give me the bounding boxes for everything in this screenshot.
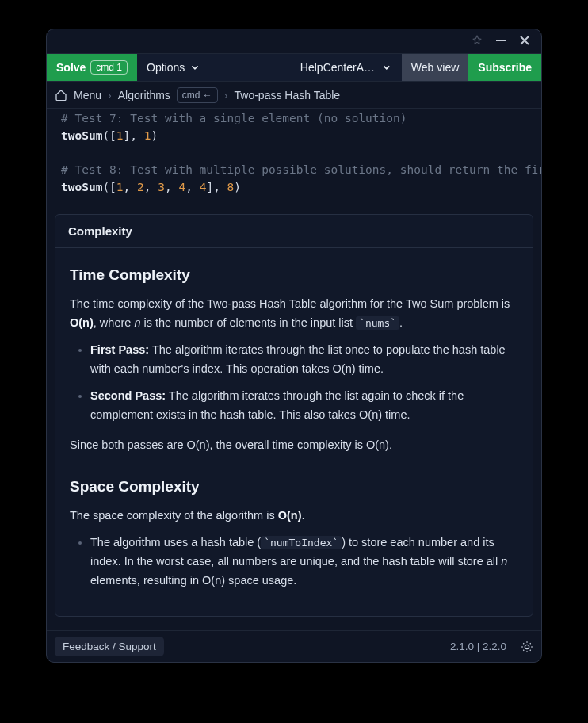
breadcrumb-current: Two-pass Hash Table: [235, 89, 341, 101]
list-item: First Pass: The algorithm iterates throu…: [90, 341, 518, 379]
svg-rect-0: [496, 40, 506, 41]
breadcrumb: Menu › Algorithms cmd ← › Two-pass Hash …: [47, 82, 541, 109]
complexity-card: Complexity Time Complexity The time comp…: [55, 214, 533, 617]
home-icon[interactable]: [55, 89, 67, 101]
card-body: Time Complexity The time complexity of t…: [55, 248, 533, 616]
space-complexity-paragraph: The space complexity of the algorithm is…: [70, 507, 518, 526]
time-bullets: First Pass: The algorithm iterates throu…: [70, 341, 518, 425]
window-titlebar: [47, 29, 541, 53]
chevron-down-icon: [189, 62, 200, 73]
close-icon[interactable]: [519, 35, 530, 48]
breadcrumb-menu[interactable]: Menu: [74, 89, 101, 101]
version-label: 2.1.0 | 2.2.0: [450, 641, 506, 652]
solve-label: Solve: [56, 61, 86, 74]
list-item: Second Pass: The algorithm iterates thro…: [90, 387, 518, 425]
code-fn: twoSum: [61, 181, 102, 193]
content-scroll[interactable]: # Test 7: Test with a single element (no…: [47, 109, 541, 630]
code-comment: # Test 8: Test with multiple possible so…: [61, 163, 541, 176]
webview-button[interactable]: Web view: [402, 54, 468, 81]
card-header: Complexity: [55, 215, 533, 248]
time-summary: Since both passes are O(n), the overall …: [70, 436, 518, 455]
main-toolbar: Solve cmd 1 Options HelpCenterAc... Web …: [47, 53, 541, 82]
list-item: The algorithm uses a hash table (`numToI…: [90, 534, 518, 591]
breadcrumb-algorithms[interactable]: Algorithms: [118, 89, 170, 101]
options-dropdown[interactable]: Options: [137, 54, 210, 81]
breadcrumb-sep: ›: [108, 89, 112, 101]
helpcenter-dropdown[interactable]: HelpCenterAc...: [291, 54, 402, 81]
helpcenter-label: HelpCenterAc...: [300, 61, 376, 74]
theme-icon[interactable]: [521, 641, 533, 653]
app-window: Solve cmd 1 Options HelpCenterAc... Web …: [46, 29, 542, 663]
subscribe-button[interactable]: Subscribe: [468, 54, 541, 81]
code-block: # Test 7: Test with a single element (no…: [47, 109, 541, 211]
feedback-button[interactable]: Feedback / Support: [55, 637, 164, 656]
solve-kbd: cmd 1: [90, 60, 128, 75]
solve-button[interactable]: Solve cmd 1: [47, 54, 137, 81]
pin-icon[interactable]: [472, 35, 483, 48]
breadcrumb-back-kbd: cmd ←: [177, 87, 218, 103]
space-complexity-heading: Space Complexity: [70, 474, 518, 499]
toolbar-spacer: [210, 54, 291, 81]
space-bullets: The algorithm uses a hash table (`numToI…: [70, 534, 518, 591]
chevron-down-icon: [381, 62, 392, 73]
webview-label: Web view: [411, 61, 459, 74]
code-comment: # Test 7: Test with a single element (no…: [61, 112, 407, 124]
options-label: Options: [147, 61, 185, 74]
subscribe-label: Subscribe: [478, 61, 532, 74]
minimize-icon[interactable]: [495, 35, 506, 48]
svg-point-1: [525, 645, 529, 648]
footer: Feedback / Support 2.1.0 | 2.2.0: [47, 630, 541, 662]
code-fn: twoSum: [61, 129, 102, 142]
time-complexity-heading: Time Complexity: [70, 262, 518, 287]
breadcrumb-sep: ›: [224, 89, 228, 101]
time-complexity-paragraph: The time complexity of the Two-pass Hash…: [70, 295, 518, 333]
